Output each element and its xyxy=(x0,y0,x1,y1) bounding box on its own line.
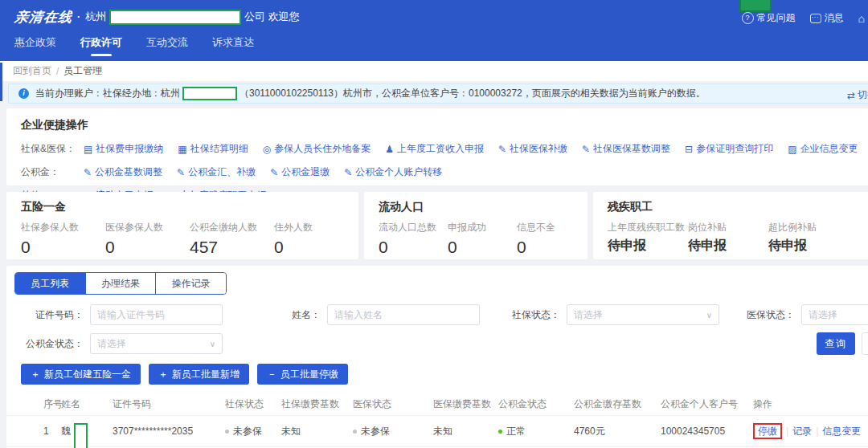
chevron-down-icon: ∨ xyxy=(210,340,215,348)
plus-icon: ＋ xyxy=(31,368,40,381)
operation-separator: | xyxy=(786,426,788,437)
stat-value: 待申报 xyxy=(608,238,688,255)
quick-link[interactable]: ▨企业信息变更 xyxy=(788,142,858,156)
quick-ops-title: 企业便捷操作 xyxy=(21,118,868,132)
stats-items: 上年度残疾职工数待申报岗位补贴待申报超比例补贴待申报 xyxy=(608,221,868,255)
action-button[interactable]: ＋新员工批量新增 xyxy=(149,364,249,385)
status-text: 未参保 xyxy=(361,426,390,437)
quick-link[interactable]: ✎公积金个人账户转移 xyxy=(344,165,442,179)
breadcrumb-home[interactable]: 回到首页 xyxy=(13,64,51,78)
quick-link[interactable]: ✎公积金汇、补缴 xyxy=(177,165,256,179)
quick-link[interactable]: ◎参保人员长住外地备案 xyxy=(263,142,371,156)
stat-label: 医保参保人数 xyxy=(105,221,190,234)
company-name-prefix: 杭州 xyxy=(85,10,106,24)
quick-link[interactable]: ✎社保医保基数调整 xyxy=(582,142,670,156)
operation-link-信息变更[interactable]: 信息变更 xyxy=(822,426,861,437)
question-icon xyxy=(742,12,754,24)
filter-input[interactable]: 请输入证件号码 xyxy=(90,304,223,325)
stat-item: 流动人口总数0 xyxy=(379,221,448,257)
stats-items: 流动人口总数0申报成功0信息不全0 xyxy=(379,221,588,257)
nav-tab[interactable]: 互动交流 xyxy=(146,34,188,50)
panel-tab[interactable]: 操作记录 xyxy=(155,273,226,294)
filter-placeholder: 请选择 xyxy=(574,308,603,322)
quick-link[interactable]: ✎公积金基数调整 xyxy=(84,165,162,179)
faq-link[interactable]: 常见问题 xyxy=(742,11,796,25)
panel-tab[interactable]: 员工列表 xyxy=(15,273,85,294)
quick-link[interactable]: ▤社保费申报缴纳 xyxy=(84,142,163,156)
reset-button[interactable]: 重置 xyxy=(862,332,868,355)
quick-link[interactable]: ✎公积金退缴 xyxy=(270,165,330,179)
stats-card-title: 五险一金 xyxy=(21,200,358,214)
operation-separator: | xyxy=(816,426,818,437)
filter-group: 证件号码：请输入证件号码 xyxy=(6,304,223,325)
stats-items: 社保参保人数0医保参保人数0公积金缴纳人数457住外人数0 xyxy=(21,221,358,257)
chevron-down-icon: ∨ xyxy=(706,311,712,320)
quick-link-label: 企业信息变更 xyxy=(800,142,858,156)
building-icon: ⌂ xyxy=(858,14,865,23)
table-cell-fund-status: 正常 xyxy=(498,425,574,438)
nav-tab[interactable]: 惠企政策 xyxy=(14,34,56,50)
table-header-cell: 公积金缴存基数 xyxy=(574,397,661,411)
quick-link-label: 公积金汇、补缴 xyxy=(188,165,256,179)
table-cell-cert-no: 3707**********2035 xyxy=(113,426,225,437)
table-header-cell: 社保缴费基数 xyxy=(281,397,353,411)
action-button-label: 员工批量停缴 xyxy=(280,368,338,381)
search-button[interactable]: 查询 xyxy=(817,332,855,355)
nav-tab[interactable]: 诉求直达 xyxy=(212,34,254,50)
filter-select[interactable]: 请选择∨ xyxy=(90,333,223,354)
panel-tab[interactable]: 办理结果 xyxy=(85,273,156,294)
quick-ops-category-label: 社保&医保： xyxy=(21,142,84,156)
edit-icon: ✎ xyxy=(582,145,590,154)
stat-label: 公积金缴纳人数 xyxy=(190,221,274,234)
quick-link[interactable]: ⊟参保证明查询打印 xyxy=(685,142,773,156)
filter-label: 证件号码： xyxy=(6,308,90,322)
stat-value: 0 xyxy=(21,238,105,257)
action-button[interactable]: ＋新员工创建五险一金 xyxy=(21,364,141,385)
breadcrumb-separator: / xyxy=(56,66,59,77)
workspace-link[interactable]: ⌂ xyxy=(858,14,865,23)
filter-select[interactable]: 请选择∨ xyxy=(801,304,868,325)
quick-link-label: 参保证明查询打印 xyxy=(696,142,773,156)
messages-link[interactable]: 消息 xyxy=(810,11,844,25)
status-text: 未参保 xyxy=(233,426,262,437)
quick-link[interactable]: ▦社保结算明细 xyxy=(178,142,248,156)
stat-label: 信息不全 xyxy=(517,221,586,234)
quick-link[interactable]: ✎社保医保补缴 xyxy=(498,142,567,156)
banner-text-before: 当前办理账户：社保经办地：杭州 xyxy=(35,88,180,99)
stats-card-title: 流动人口 xyxy=(379,200,588,214)
table-header-row: 序号姓名证件号码社保状态社保缴费基数医保状态医保缴费基数公积金状态公积金缴存基数… xyxy=(6,393,868,415)
stats-card: 流动人口流动人口总数0申报成功0信息不全0 xyxy=(364,192,588,259)
table-header-cell: 序号 xyxy=(43,397,61,411)
action-button[interactable]: －员工批量停缴 xyxy=(257,364,348,385)
operation-link-记录[interactable]: 记录 xyxy=(792,426,812,437)
quick-link[interactable]: ♟上年度工资收入申报 xyxy=(385,142,484,156)
stat-label: 超比例补贴 xyxy=(768,221,849,234)
table-cell-fund-account: 100024345705 xyxy=(661,426,753,437)
switch-account-link[interactable]: ⇄ 切换账户 xyxy=(847,88,868,102)
banner-text-after: （3011000102250113）杭州市，公积金单位客户号：010000327… xyxy=(240,88,706,99)
page: 亲清在线 · 杭州 公司 欢迎您 常见问题 消息 ⌂ 惠企政策行政许可互动交流诉… xyxy=(0,0,868,448)
table-header-cell: 社保状态 xyxy=(225,397,281,411)
employee-panel: 员工列表办理结果操作记录 证件号码：请输入证件号码姓名：请输入姓名社保状态：请选… xyxy=(6,266,868,448)
filter-group: 医保状态：请选择∨ xyxy=(747,304,868,325)
left-accent-bar xyxy=(0,63,2,101)
table-cell-fund-base: 4760元 xyxy=(574,425,661,438)
minus-icon: － xyxy=(267,368,276,381)
operation-link-停缴[interactable]: 停缴 xyxy=(758,426,777,437)
chart-icon: ▨ xyxy=(788,145,796,154)
filter-select[interactable]: 请选择∨ xyxy=(567,304,719,325)
quick-link-label: 公积金基数调整 xyxy=(95,165,162,179)
stat-label: 流动人口总数 xyxy=(379,221,448,234)
account-banner: 当前办理账户：社保经办地：杭州（3011000102250113）杭州市，公积金… xyxy=(8,83,868,104)
status-dot xyxy=(498,430,502,434)
table-action-buttons: ＋新员工创建五险一金＋新员工批量新增－员工批量停缴 xyxy=(21,364,868,385)
employee-tabs: 员工列表办理结果操作记录 xyxy=(14,272,227,295)
account-banner-text: 当前办理账户：社保经办地：杭州（3011000102250113）杭州市，公积金… xyxy=(35,87,706,100)
header-top-row: 亲清在线 · 杭州 公司 欢迎您 xyxy=(0,0,868,34)
nav-tab[interactable]: 行政许可 xyxy=(80,34,122,50)
edit-icon: ✎ xyxy=(344,168,352,177)
filter-placeholder: 请输入证件号码 xyxy=(97,308,165,322)
breadcrumb: 回到首页 / 员工管理 xyxy=(0,61,868,81)
stat-value: 待申报 xyxy=(768,238,849,255)
filter-input[interactable]: 请输入姓名 xyxy=(327,304,480,325)
